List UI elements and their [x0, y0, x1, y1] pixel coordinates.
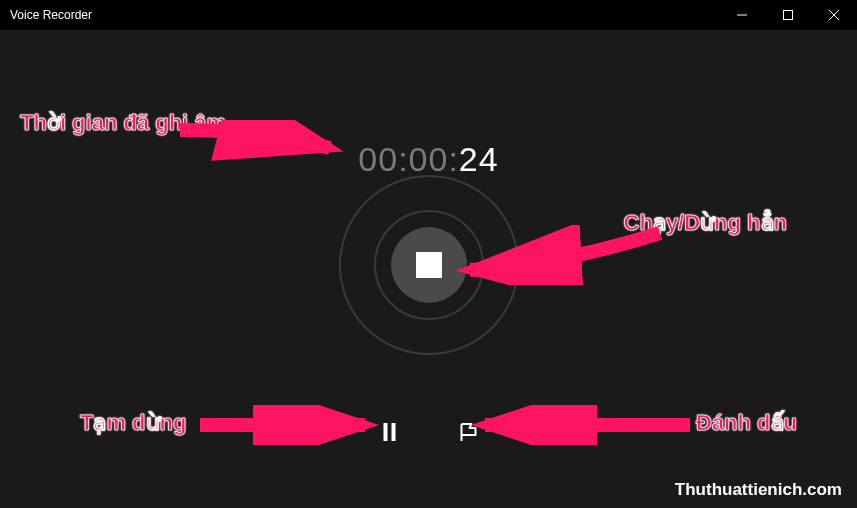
arrow-to-pause: [190, 405, 380, 445]
timer-dim: 00:00:: [358, 140, 459, 178]
stop-button[interactable]: [391, 227, 467, 303]
arrow-to-flag: [470, 405, 700, 445]
flag-icon: [458, 422, 478, 442]
annotation-stop-label: Chạy/Dừng hẳn: [624, 210, 787, 236]
close-button[interactable]: [811, 0, 857, 30]
secondary-controls: [377, 420, 480, 444]
svg-rect-5: [391, 423, 395, 441]
maximize-button[interactable]: [765, 0, 811, 30]
annotation-flag-label: Đánh dấu: [696, 410, 797, 436]
annotation-time-label: Thời gian đã ghi âm: [20, 110, 226, 136]
minimize-button[interactable]: [719, 0, 765, 30]
window-controls: [719, 0, 857, 30]
timer-bright: 24: [459, 140, 499, 178]
flag-button[interactable]: [456, 420, 480, 444]
watermark: Thuthuattienich.com: [675, 480, 842, 500]
svg-rect-1: [784, 11, 793, 20]
recording-timer: 00:00:24: [358, 140, 498, 179]
titlebar: Voice Recorder: [0, 0, 857, 30]
stop-icon: [416, 252, 442, 278]
main-area: 00:00:24 Thời gian đã ghi âm Chạy/Dừng h…: [0, 30, 857, 508]
window-title: Voice Recorder: [10, 8, 92, 22]
pause-icon: [381, 422, 397, 442]
pause-button[interactable]: [377, 420, 401, 444]
annotation-pause-label: Tạm dừng: [80, 410, 186, 436]
svg-rect-4: [383, 423, 387, 441]
